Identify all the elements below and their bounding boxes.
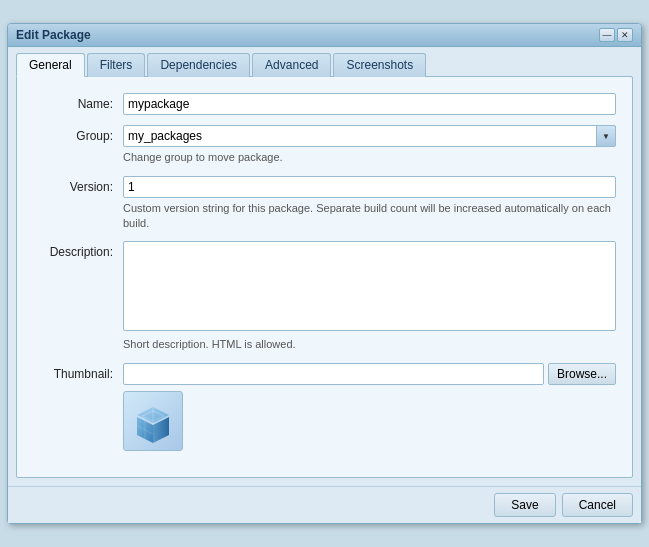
tab-advanced[interactable]: Advanced <box>252 53 331 77</box>
description-textarea[interactable] <box>123 241 616 331</box>
description-field: Short description. HTML is allowed. <box>123 241 616 352</box>
cancel-button[interactable]: Cancel <box>562 493 633 517</box>
description-row: Description: Short description. HTML is … <box>33 241 616 352</box>
edit-package-window: Edit Package — ✕ General Filters Depende… <box>7 23 642 524</box>
name-field <box>123 93 616 115</box>
group-select[interactable]: my_packages <box>123 125 616 147</box>
description-label: Description: <box>33 241 123 259</box>
version-input[interactable] <box>123 176 616 198</box>
version-hint: Custom version string for this package. … <box>123 201 616 232</box>
window-controls: — ✕ <box>599 28 633 42</box>
thumbnail-path-input[interactable] <box>123 363 544 385</box>
footer: Save Cancel <box>8 486 641 523</box>
group-hint: Change group to move package. <box>123 150 616 165</box>
version-field: Custom version string for this package. … <box>123 176 616 232</box>
description-hint: Short description. HTML is allowed. <box>123 337 616 352</box>
package-icon <box>129 397 177 445</box>
window-title: Edit Package <box>16 28 91 42</box>
minimize-button[interactable]: — <box>599 28 615 42</box>
group-select-wrapper: my_packages ▼ <box>123 125 616 147</box>
tab-general[interactable]: General <box>16 53 85 77</box>
version-row: Version: Custom version string for this … <box>33 176 616 232</box>
save-button[interactable]: Save <box>494 493 555 517</box>
title-bar: Edit Package — ✕ <box>8 24 641 47</box>
group-field: my_packages ▼ Change group to move packa… <box>123 125 616 165</box>
content-area: Name: Group: my_packages ▼ Change group … <box>16 76 633 478</box>
thumbnail-field: Browse... <box>123 363 616 451</box>
name-input[interactable] <box>123 93 616 115</box>
name-row: Name: <box>33 93 616 115</box>
tab-screenshots[interactable]: Screenshots <box>333 53 426 77</box>
tab-dependencies[interactable]: Dependencies <box>147 53 250 77</box>
group-label: Group: <box>33 125 123 143</box>
thumbnail-label: Thumbnail: <box>33 363 123 381</box>
close-button[interactable]: ✕ <box>617 28 633 42</box>
version-label: Version: <box>33 176 123 194</box>
thumbnail-row: Thumbnail: Browse... <box>33 363 616 451</box>
thumbnail-input-row: Browse... <box>123 363 616 385</box>
thumbnail-preview <box>123 391 183 451</box>
name-label: Name: <box>33 93 123 111</box>
tab-filters[interactable]: Filters <box>87 53 146 77</box>
browse-button[interactable]: Browse... <box>548 363 616 385</box>
group-row: Group: my_packages ▼ Change group to mov… <box>33 125 616 165</box>
tab-bar: General Filters Dependencies Advanced Sc… <box>8 47 641 77</box>
